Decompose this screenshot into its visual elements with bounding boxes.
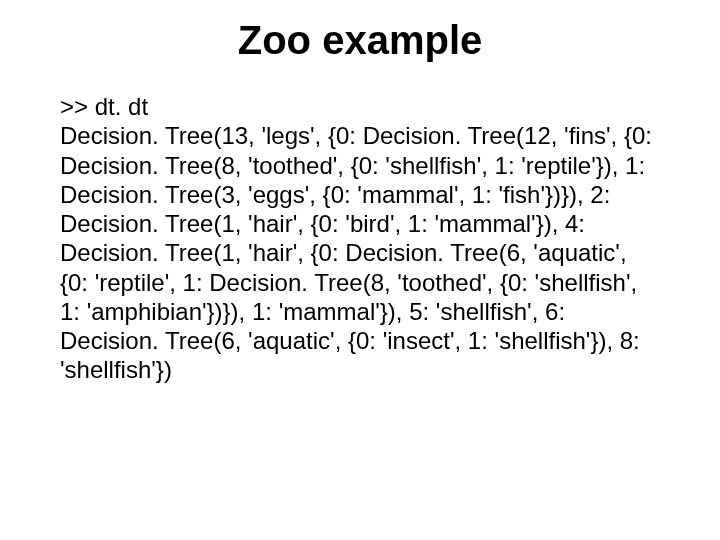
slide-title: Zoo example [0,18,720,63]
decision-tree-output: Decision. Tree(13, 'legs', {0: Decision.… [60,121,660,384]
repl-prompt: >> dt. dt [60,92,660,121]
slide: Zoo example >> dt. dt Decision. Tree(13,… [0,0,720,540]
slide-body: >> dt. dt Decision. Tree(13, 'legs', {0:… [60,92,660,385]
